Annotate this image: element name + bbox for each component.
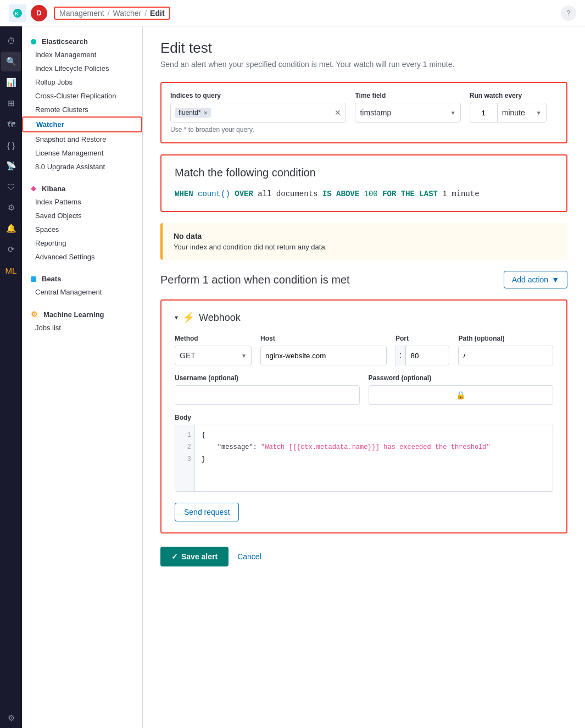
- send-request-button[interactable]: Send request: [175, 503, 239, 521]
- condition-title: Match the following condition: [175, 166, 553, 179]
- indices-label: Indices to query: [170, 92, 346, 99]
- line-numbers: 1 2 3: [175, 425, 195, 491]
- ml-title: Machine Learning: [43, 310, 104, 319]
- indices-col: Indices to query fluentd* ✕ ✕: [170, 92, 346, 123]
- breadcrumb-watcher[interactable]: Watcher: [113, 9, 142, 18]
- breadcrumb-management[interactable]: Management: [59, 9, 104, 18]
- sidebar-item-cross-cluster[interactable]: Cross-Cluster Replication: [22, 89, 142, 103]
- code-line-1: {: [202, 430, 546, 442]
- time-field-select[interactable]: timstamp ▼: [355, 103, 460, 123]
- sidebar-item-license[interactable]: License Management: [22, 146, 142, 160]
- index-tag-value: fluentd*: [179, 109, 201, 116]
- code-1min: 1 minute: [442, 190, 479, 198]
- save-alert-button[interactable]: ✓ Save alert: [160, 547, 229, 566]
- nav-icon-monitor[interactable]: 📡: [1, 156, 21, 176]
- method-select[interactable]: GET ▼: [175, 346, 252, 365]
- breadcrumb-sep2: /: [144, 9, 147, 18]
- add-action-label: Add action: [512, 275, 548, 284]
- sidebar-item-rollup-jobs[interactable]: Rollup Jobs: [22, 75, 142, 89]
- app-logo: K: [9, 4, 26, 22]
- port-input[interactable]: 80: [405, 346, 449, 365]
- nav-icon-connect[interactable]: ⟳: [1, 240, 21, 259]
- breadcrumb-edit: Edit: [150, 9, 164, 18]
- es-title: Elasticsearch: [42, 37, 88, 46]
- nav-icon-mgmt[interactable]: ⚙: [1, 198, 21, 218]
- port-label: Port: [395, 335, 449, 342]
- nav-icon-search[interactable]: 🔍: [1, 52, 21, 71]
- host-label: Host: [260, 335, 387, 342]
- breadcrumb: Management / Watcher / Edit: [54, 7, 170, 20]
- webhook-section: ▾ ⚡ Webhook Method GET ▼ Host nginx-web: [160, 299, 567, 534]
- method-chevron: ▼: [241, 353, 247, 359]
- run-watch-number[interactable]: 1: [470, 103, 497, 123]
- sidebar-item-remote-clusters[interactable]: Remote Clusters: [22, 103, 142, 116]
- kibana-icon: [31, 186, 36, 192]
- tag-remove-icon[interactable]: ✕: [203, 110, 208, 116]
- left-icon-strip: ⏱ 🔍 📊 ⊞ 🗺 { } 📡 🛡 ⚙ 🔔 ⟳ ML ⚙: [0, 26, 22, 728]
- password-input[interactable]: 🔒: [369, 385, 554, 405]
- sidebar-item-upgrade[interactable]: 8.0 Upgrade Assistant: [22, 160, 142, 174]
- user-avatar[interactable]: D: [31, 5, 47, 21]
- nav-icon-dev[interactable]: { }: [1, 135, 21, 155]
- checkmark-icon: ✓: [171, 552, 178, 561]
- no-data-title: No data: [174, 232, 556, 241]
- host-input[interactable]: nginx-website.com: [260, 346, 387, 365]
- sidebar-item-central-management[interactable]: Central Management: [22, 285, 142, 299]
- help-icon: ?: [566, 9, 570, 17]
- beats-title: Beats: [42, 275, 61, 283]
- sidebar-item-watcher[interactable]: Watcher: [22, 116, 142, 132]
- nav-icon-shield[interactable]: 🛡: [1, 177, 21, 197]
- code-when: WHEN: [175, 190, 193, 198]
- optional-row: Username (optional) Password (optional) …: [175, 374, 553, 405]
- webhook-collapse-arrow[interactable]: ▾: [175, 314, 178, 321]
- sidebar-item-spaces[interactable]: Spaces: [22, 223, 142, 236]
- indices-input[interactable]: fluentd* ✕ ✕: [170, 103, 346, 123]
- sidebar-item-snapshot[interactable]: Snapshot and Restore: [22, 132, 142, 146]
- username-col: Username (optional): [175, 374, 360, 405]
- cancel-button[interactable]: Cancel: [235, 547, 264, 566]
- tag-clear-icon[interactable]: ✕: [335, 108, 341, 117]
- run-watch-unit-value: minute: [502, 108, 525, 117]
- method-label: Method: [175, 335, 252, 342]
- run-watch-unit-select[interactable]: minute ▼: [497, 103, 547, 123]
- sidebar-item-jobs-list[interactable]: Jobs list: [22, 321, 142, 335]
- nav-icon-chart[interactable]: 📊: [1, 73, 21, 92]
- save-alert-label: Save alert: [181, 552, 218, 561]
- run-watch-col: Run watch every 1 minute ▼: [470, 92, 558, 123]
- body-label: Body: [175, 414, 553, 421]
- sidebar-item-reporting[interactable]: Reporting: [22, 236, 142, 250]
- time-field-value: timstamp: [360, 108, 391, 117]
- sidebar-item-saved-objects[interactable]: Saved Objects: [22, 209, 142, 223]
- path-input[interactable]: /: [458, 346, 553, 365]
- nav-icon-ml[interactable]: ML: [1, 260, 21, 280]
- breadcrumb-sep1: /: [108, 9, 110, 18]
- sidebar-item-index-lifecycle[interactable]: Index Lifecycle Policies: [22, 62, 142, 75]
- path-col: Path (optional) /: [458, 335, 553, 365]
- add-action-chevron: ▼: [551, 275, 559, 284]
- nav-icon-grid[interactable]: ⊞: [1, 93, 21, 113]
- body-editor[interactable]: 1 2 3 { "message": "Watch [{{ctx.metadat…: [175, 425, 553, 492]
- password-label: Password (optional): [369, 374, 554, 382]
- sidebar-section-elasticsearch: Elasticsearch: [22, 33, 142, 48]
- time-field-label: Time field: [355, 92, 460, 99]
- nav-icon-settings[interactable]: ⚙: [1, 708, 21, 728]
- index-tag: fluentd* ✕: [175, 108, 211, 118]
- help-button[interactable]: ?: [561, 5, 576, 21]
- run-watch-chevron: ▼: [536, 110, 542, 116]
- main-content: Edit test Send an alert when your specif…: [143, 26, 585, 728]
- nav-icon-map[interactable]: 🗺: [1, 114, 21, 134]
- add-action-button[interactable]: Add action ▼: [504, 271, 567, 288]
- sidebar-section-beats: Beats: [22, 270, 142, 285]
- nav-icon-clock[interactable]: ⏱: [1, 31, 21, 51]
- sidebar-nav: Elasticsearch Index Management Index Lif…: [22, 26, 143, 728]
- query-row: Indices to query fluentd* ✕ ✕ Time field…: [170, 92, 558, 123]
- path-label: Path (optional): [458, 335, 553, 342]
- username-input[interactable]: [175, 385, 360, 405]
- sidebar-item-advanced-settings[interactable]: Advanced Settings: [22, 250, 142, 264]
- webhook-fields-row: Method GET ▼ Host nginx-website.com Port…: [175, 335, 553, 365]
- sidebar-item-index-management[interactable]: Index Management: [22, 48, 142, 62]
- method-col: Method GET ▼: [175, 335, 252, 365]
- nav-icon-alert[interactable]: 🔔: [1, 219, 21, 238]
- sidebar-item-index-patterns[interactable]: Index Patterns: [22, 195, 142, 209]
- webhook-header: ▾ ⚡ Webhook: [175, 312, 553, 324]
